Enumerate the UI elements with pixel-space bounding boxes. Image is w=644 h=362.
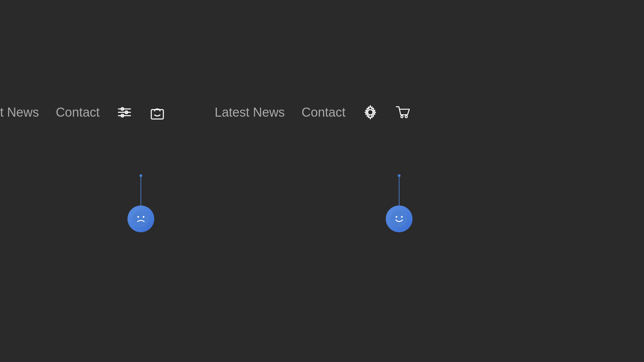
happy-face-circle[interactable]: [386, 205, 413, 232]
happy-tooltip[interactable]: [386, 174, 413, 232]
nav-partial-news-text[interactable]: t News: [0, 105, 39, 120]
nav-contact-left[interactable]: Contact: [56, 105, 100, 120]
happy-line: [399, 177, 399, 205]
left-nav: t News Contact: [0, 97, 165, 127]
right-nav: Latest News Contact: [215, 97, 411, 127]
nav-latest-news[interactable]: Latest News: [215, 105, 285, 120]
svg-point-9: [405, 116, 407, 118]
sliders-icon[interactable]: [116, 104, 132, 120]
svg-point-15: [401, 216, 403, 218]
svg-point-8: [401, 116, 403, 118]
svg-point-11: [138, 216, 139, 218]
sad-line: [141, 177, 141, 205]
sad-dot: [140, 174, 142, 177]
bag-icon[interactable]: [149, 104, 165, 120]
svg-point-13: [391, 211, 407, 227]
svg-rect-6: [151, 110, 163, 119]
svg-point-12: [143, 216, 145, 218]
gear-icon[interactable]: [362, 104, 378, 120]
svg-point-14: [396, 216, 397, 218]
nav-contact-right[interactable]: Contact: [302, 105, 345, 120]
cart-icon[interactable]: [395, 104, 411, 120]
sad-tooltip[interactable]: [127, 174, 154, 232]
sad-face-circle[interactable]: [127, 205, 154, 232]
happy-dot: [398, 174, 400, 177]
svg-point-7: [368, 110, 373, 115]
svg-point-10: [133, 211, 149, 227]
